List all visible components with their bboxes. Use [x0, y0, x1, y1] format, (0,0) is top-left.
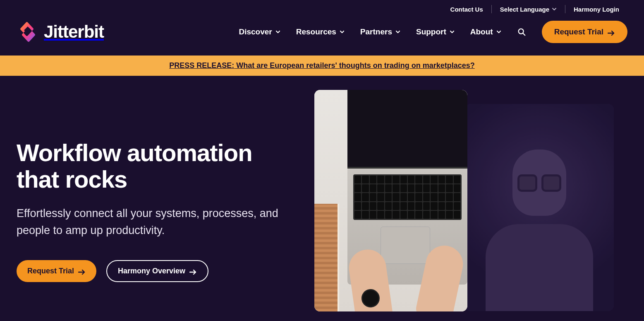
contact-us-label: Contact Us [450, 6, 483, 13]
nav-label: About [470, 27, 493, 36]
harmony-overview-button[interactable]: Harmony Overview [106, 260, 208, 282]
arrow-right-icon [189, 268, 197, 274]
arrow-right-icon [608, 29, 615, 35]
main-header: Jitterbit Discover Resources Partners Su… [0, 13, 644, 56]
nav-item-about[interactable]: About [470, 27, 501, 36]
chevron-down-icon [450, 29, 455, 34]
chevron-down-icon [340, 29, 345, 34]
hero-images [314, 90, 627, 311]
harmony-overview-label: Harmony Overview [118, 267, 185, 275]
harmony-login-link[interactable]: Harmony Login [565, 6, 627, 13]
harmony-login-label: Harmony Login [574, 6, 619, 13]
logo-text: Jitterbit [44, 22, 104, 42]
nav-label: Discover [239, 27, 272, 36]
hero-subtitle: Effortlessly connect all your systems, p… [17, 205, 298, 240]
hero-content: Workflow automation that rocks Effortles… [17, 90, 298, 282]
request-trial-label: Request Trial [554, 27, 603, 36]
chevron-down-icon [496, 29, 501, 34]
nav-item-discover[interactable]: Discover [239, 27, 280, 36]
contact-us-link[interactable]: Contact Us [442, 6, 491, 13]
press-label: PRESS RELEASE: [169, 61, 234, 70]
select-language-link[interactable]: Select Language [492, 6, 565, 13]
chevron-down-icon [275, 29, 280, 34]
arrow-right-icon [78, 268, 86, 274]
nav-label: Support [416, 27, 446, 36]
main-nav: Discover Resources Partners Support Abou… [239, 21, 627, 43]
hero-request-trial-button[interactable]: Request Trial [17, 260, 96, 282]
nav-label: Resources [296, 27, 336, 36]
svg-point-0 [518, 29, 523, 34]
nav-item-resources[interactable]: Resources [296, 27, 345, 36]
hero-title: Workflow automation that rocks [17, 140, 298, 193]
search-icon[interactable] [517, 27, 526, 36]
hero-image-person [465, 104, 614, 311]
press-release-banner[interactable]: PRESS RELEASE: What are European retaile… [0, 56, 644, 76]
top-utility-bar: Contact Us Select Language Harmony Login [0, 0, 644, 13]
nav-label: Partners [360, 27, 392, 36]
request-trial-button[interactable]: Request Trial [542, 21, 627, 43]
select-language-label: Select Language [500, 6, 549, 13]
nav-item-partners[interactable]: Partners [360, 27, 400, 36]
hero-request-trial-label: Request Trial [27, 267, 74, 275]
hero-image-laptop [314, 90, 467, 311]
chevron-down-icon [395, 29, 400, 34]
logo-icon [17, 21, 39, 43]
nav-item-support[interactable]: Support [416, 27, 455, 36]
press-text: What are European retailers' thoughts on… [234, 61, 474, 70]
hero-section: Workflow automation that rocks Effortles… [0, 76, 644, 311]
logo-link[interactable]: Jitterbit [17, 21, 104, 43]
svg-line-1 [523, 34, 525, 36]
chevron-down-icon [552, 7, 557, 12]
hero-cta-row: Request Trial Harmony Overview [17, 260, 298, 282]
